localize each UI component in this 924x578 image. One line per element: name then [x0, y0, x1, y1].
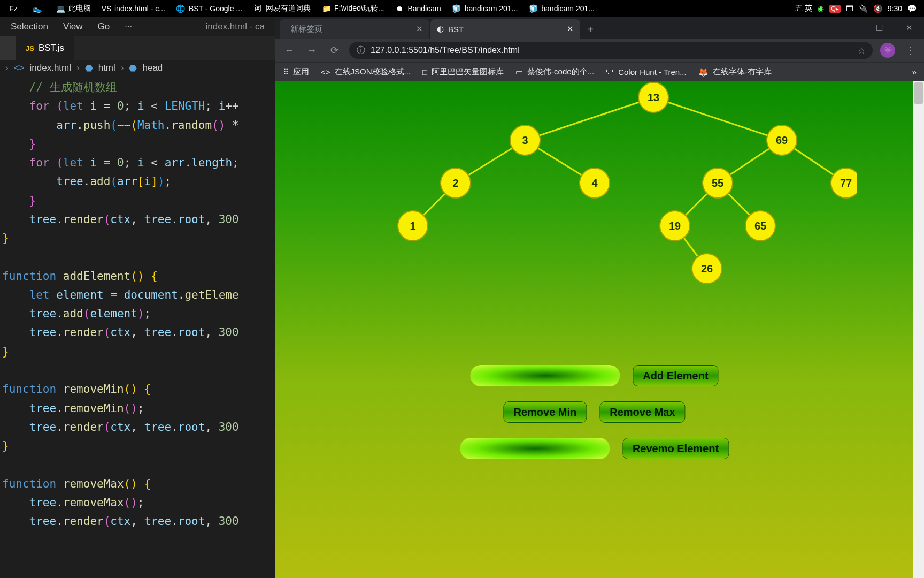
- tree-node-value: 19: [668, 220, 680, 232]
- app-icon: 🌐: [176, 4, 186, 13]
- chrome-tabstrip: 新标签页✕◐BST✕+: [275, 17, 599, 39]
- taskbar-item[interactable]: 📁F:\video\玩转...: [316, 0, 389, 17]
- bc-file[interactable]: index.html: [30, 63, 71, 73]
- chrome-toolbar: ← → ⟳ ⓘ 127.0.0.1:5501/h5/Tree/BST/index…: [275, 39, 924, 62]
- site-info-icon[interactable]: ⓘ: [357, 45, 365, 56]
- taskbar-item-label: BST - Google ...: [189, 4, 242, 13]
- app-icon: 🧊: [528, 4, 538, 13]
- vertical-scrollbar[interactable]: [913, 81, 924, 578]
- taskbar-item-label: 此电脑: [68, 4, 91, 13]
- battery-icon[interactable]: 🗔: [846, 4, 853, 13]
- tray-circle-icon[interactable]: ◉: [818, 4, 824, 13]
- bookmark-item[interactable]: 🛡Color Hunt - Tren...: [606, 67, 687, 77]
- clock[interactable]: 9:30: [888, 4, 902, 13]
- app-icon: 💻: [56, 4, 65, 13]
- taskbar-item[interactable]: 🧊bandicam 201...: [523, 0, 600, 17]
- tree-node-value: 4: [591, 177, 598, 189]
- bookmarks-overflow-icon[interactable]: »: [912, 67, 917, 77]
- taskbar-item-label: Bandicam: [407, 4, 441, 13]
- tree-node-value: 2: [452, 177, 458, 189]
- code-editor[interactable]: // 生成随机数组 for (let i = 0; i < LENGTH; i+…: [0, 76, 275, 578]
- taskbar-item[interactable]: ⏺Bandicam: [389, 0, 446, 17]
- minimize-button[interactable]: —: [834, 17, 864, 39]
- new-tab-button[interactable]: +: [581, 20, 599, 39]
- taskbar-item-label: bandicam 201...: [465, 4, 518, 13]
- add-element-button[interactable]: Add Element: [633, 365, 718, 386]
- add-element-input[interactable]: [470, 365, 620, 386]
- bookmark-item[interactable]: ⠿应用: [283, 67, 309, 77]
- maximize-button[interactable]: ☐: [864, 17, 894, 39]
- bookmark-item[interactable]: <>在线JSON校验格式...: [321, 67, 411, 77]
- app-icon: 🧊: [452, 4, 461, 13]
- chrome-titlebar: 新标签页✕◐BST✕+ — ☐ ✕: [275, 17, 924, 39]
- remove-element-button[interactable]: Revemo Element: [622, 438, 729, 459]
- bookmark-label: 阿里巴巴矢量图标库: [432, 67, 504, 77]
- bookmark-item[interactable]: 🦊在线字体-有字库: [698, 67, 772, 77]
- bookmark-label: 蔡俊伟-code的个...: [527, 67, 594, 77]
- chrome-tab[interactable]: 新标签页✕: [280, 19, 429, 39]
- close-button[interactable]: ✕: [894, 17, 924, 39]
- tree-edge: [653, 97, 782, 140]
- scrollbar-thumb[interactable]: [914, 82, 923, 104]
- address-bar[interactable]: ⓘ 127.0.0.1:5501/h5/Tree/BST/index.html …: [349, 42, 873, 59]
- tray-app-icon[interactable]: Q▸: [829, 5, 841, 13]
- chrome-window: 新标签页✕◐BST✕+ — ☐ ✕ ← → ⟳ ⓘ 127.0.0.1:5501…: [275, 17, 924, 578]
- taskbar-item[interactable]: 🌐BST - Google ...: [171, 0, 248, 17]
- bookmark-icon: 🛡: [606, 67, 614, 77]
- chrome-tab[interactable]: ◐BST✕: [430, 19, 580, 39]
- menu-go[interactable]: Go: [97, 21, 110, 32]
- tree-node-value: 1: [410, 220, 415, 232]
- bookmark-item[interactable]: ▭蔡俊伟-code的个...: [515, 67, 594, 77]
- js-file-icon: JS: [26, 44, 34, 52]
- profile-avatar[interactable]: 👾: [880, 43, 895, 58]
- bookmark-star-icon[interactable]: ☆: [858, 45, 865, 56]
- editor-tab-bstjs[interactable]: JS BST.js: [16, 36, 74, 60]
- breadcrumb[interactable]: › <> index.html › ⬣ html › ⬣ head: [0, 60, 275, 76]
- bookmark-label: 在线字体-有字库: [713, 67, 772, 77]
- vscode-tabbar: JS BST.js: [0, 36, 275, 60]
- menu-view[interactable]: View: [63, 21, 83, 32]
- bc-head[interactable]: head: [142, 63, 163, 73]
- tree-edge: [525, 97, 653, 140]
- volume-icon[interactable]: 🔇: [873, 4, 882, 13]
- remove-min-button[interactable]: Remove Min: [503, 401, 587, 423]
- tab-close-icon[interactable]: ✕: [416, 24, 423, 34]
- forward-button[interactable]: →: [304, 43, 319, 58]
- bst-tree: 133692455771196526: [333, 81, 857, 317]
- menu-selection[interactable]: Selection: [11, 21, 48, 32]
- cube-icon: ⬣: [85, 63, 93, 74]
- bookmarks-bar: ⠿应用<>在线JSON校验格式...□阿里巴巴矢量图标库▭蔡俊伟-code的个.…: [275, 62, 924, 81]
- bookmark-item[interactable]: □阿里巴巴矢量图标库: [422, 67, 504, 77]
- back-button[interactable]: ←: [282, 43, 297, 58]
- taskbar-item[interactable]: 词网易有道词典: [248, 0, 316, 17]
- tab-close-icon[interactable]: ✕: [567, 24, 574, 34]
- tree-node-value: 13: [647, 92, 659, 103]
- bc-html[interactable]: html: [98, 63, 116, 73]
- tree-node-value: 69: [775, 134, 787, 146]
- menu-more[interactable]: ···: [125, 21, 132, 32]
- taskbar-item[interactable]: VSindex.html - c...: [96, 0, 171, 17]
- taskbar-item[interactable]: Fz: [3, 0, 27, 17]
- tree-node-value: 65: [754, 220, 766, 232]
- chrome-menu-button[interactable]: ⋮: [903, 43, 918, 58]
- bst-page: 133692455771196526 Add Element Remove Mi…: [275, 81, 913, 578]
- remove-element-input[interactable]: [460, 438, 610, 459]
- remove-max-button[interactable]: Remove Max: [599, 401, 685, 423]
- notifications-icon[interactable]: 💬: [907, 4, 917, 13]
- app-icon: 词: [253, 4, 263, 13]
- html-file-icon: <>: [14, 63, 25, 73]
- taskbar-item[interactable]: 👟: [27, 0, 50, 17]
- taskbar-item[interactable]: 🧊bandicam 201...: [446, 0, 523, 17]
- tab-title: 新标签页: [290, 24, 322, 34]
- power-icon[interactable]: 🔌: [859, 4, 868, 13]
- tree-node-value: 26: [700, 263, 712, 275]
- ime-indicator[interactable]: 五 英: [795, 4, 812, 13]
- app-icon: 👟: [32, 4, 42, 13]
- taskbar-item[interactable]: 💻此电脑: [50, 0, 96, 17]
- taskbar-item-label: 网易有道词典: [266, 4, 311, 13]
- url-text: 127.0.0.1:5501/h5/Tree/BST/index.html: [371, 45, 520, 55]
- reload-button[interactable]: ⟳: [327, 43, 342, 58]
- bookmark-label: Color Hunt - Tren...: [618, 67, 687, 77]
- tab-filename: BST.js: [38, 43, 64, 54]
- bookmark-label: 应用: [293, 67, 309, 77]
